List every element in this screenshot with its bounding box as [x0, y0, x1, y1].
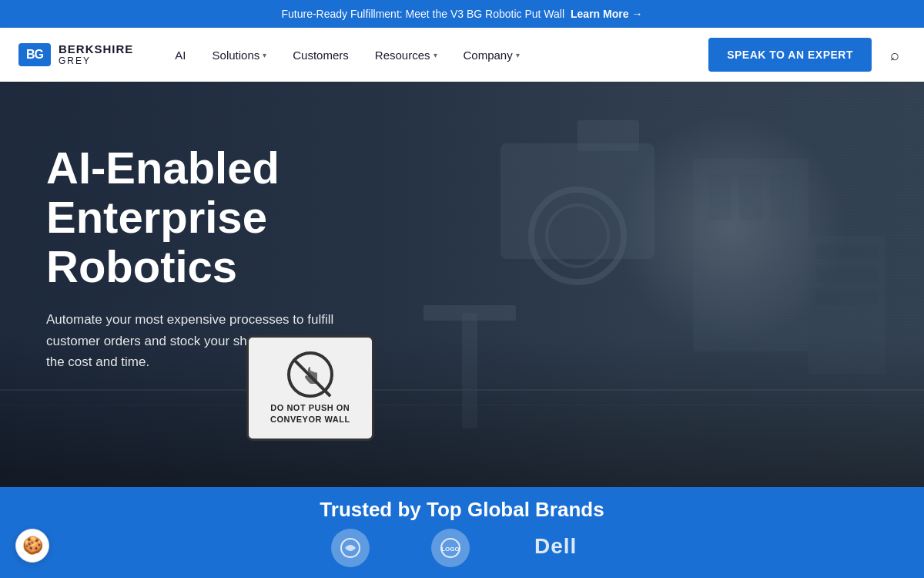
speak-to-expert-button[interactable]: SPEAK TO AN EXPERT — [708, 38, 872, 72]
trusted-logos: LOGO Dell — [46, 529, 878, 567]
conveyor-text-line2: CONVEYOR WALL — [270, 414, 350, 425]
announcement-banner: Future-Ready Fulfillment: Meet the V3 BG… — [0, 0, 924, 28]
nav-item-ai[interactable]: AI — [164, 42, 196, 68]
trusted-logo-2: LOGO — [431, 529, 470, 567]
navbar: BG BERKSHIRE GREY AI Solutions ▾ Custome… — [0, 28, 924, 82]
nav-links: AI Solutions ▾ Customers Resources ▾ Com… — [164, 42, 708, 68]
chevron-down-icon: ▾ — [516, 51, 520, 59]
trusted-logo-dell: Dell — [531, 530, 593, 566]
svg-rect-15 — [816, 290, 878, 305]
no-push-icon — [287, 351, 333, 398]
banner-learn-more-link[interactable]: Learn More → — [571, 8, 642, 20]
brand-name: BERKSHIRE — [59, 43, 133, 56]
conveyor-sign-text: DO NOT PUSH ON CONVEYOR WALL — [270, 402, 350, 425]
svg-rect-3 — [578, 120, 639, 151]
svg-rect-10 — [462, 313, 477, 428]
search-icon: ⌕ — [890, 46, 899, 63]
brand-sub: GREY — [59, 56, 133, 66]
banner-text: Future-Ready Fulfillment: Meet the V3 BG… — [282, 8, 565, 20]
svg-rect-8 — [739, 174, 762, 220]
hand-icon — [298, 362, 323, 387]
chevron-down-icon: ▾ — [263, 51, 266, 59]
nav-customers-label: Customers — [293, 49, 349, 62]
nav-solutions-label: Solutions — [213, 49, 260, 62]
svg-rect-14 — [816, 267, 878, 282]
conveyor-sign: DO NOT PUSH ON CONVEYOR WALL — [246, 335, 374, 441]
svg-rect-9 — [770, 174, 793, 220]
svg-rect-7 — [708, 174, 732, 220]
chevron-down-icon: ▾ — [434, 51, 437, 59]
trusted-logo-icon-1 — [340, 537, 361, 559]
hero-section: AI-Enabled Enterprise Robotics Automate … — [0, 82, 924, 487]
logo-link[interactable]: BG BERKSHIRE GREY — [18, 43, 133, 66]
dell-logo: Dell — [531, 530, 593, 561]
trusted-title: Trusted by Top Global Brands — [320, 498, 604, 522]
conveyor-text-line1: DO NOT PUSH ON — [270, 402, 350, 413]
svg-rect-13 — [816, 244, 878, 259]
svg-text:LOGO: LOGO — [441, 546, 460, 553]
svg-text:Dell: Dell — [534, 534, 577, 558]
search-button[interactable]: ⌕ — [884, 40, 906, 70]
nav-item-customers[interactable]: Customers — [282, 42, 360, 68]
hero-title: AI-Enabled Enterprise Robotics — [46, 143, 385, 291]
nav-resources-label: Resources — [375, 49, 430, 62]
logo-icon: BG — [18, 43, 51, 66]
hero-title-line1: AI-Enabled — [46, 143, 280, 193]
svg-rect-2 — [500, 143, 654, 259]
svg-rect-11 — [424, 305, 516, 321]
cookie-icon: 🍪 — [22, 536, 43, 556]
trusted-logo-1 — [331, 529, 370, 567]
nav-item-solutions[interactable]: Solutions ▾ — [202, 42, 278, 68]
hero-title-line2: Enterprise — [46, 192, 267, 242]
trusted-section: Trusted by Top Global Brands LOGO Dell — [0, 487, 924, 578]
nav-item-resources[interactable]: Resources ▾ — [364, 42, 448, 68]
banner-arrow-icon: → — [631, 8, 642, 20]
nav-company-label: Company — [464, 49, 513, 62]
trusted-logo-icon-2: LOGO — [440, 537, 461, 559]
logo-text-group: BERKSHIRE GREY — [59, 43, 133, 66]
cookie-consent-button[interactable]: 🍪 — [15, 529, 49, 563]
nav-item-company[interactable]: Company ▾ — [453, 42, 531, 68]
banner-link-text: Learn More — [571, 8, 628, 20]
nav-ai-label: AI — [175, 49, 186, 62]
hero-title-line3: Robotics — [46, 241, 237, 291]
